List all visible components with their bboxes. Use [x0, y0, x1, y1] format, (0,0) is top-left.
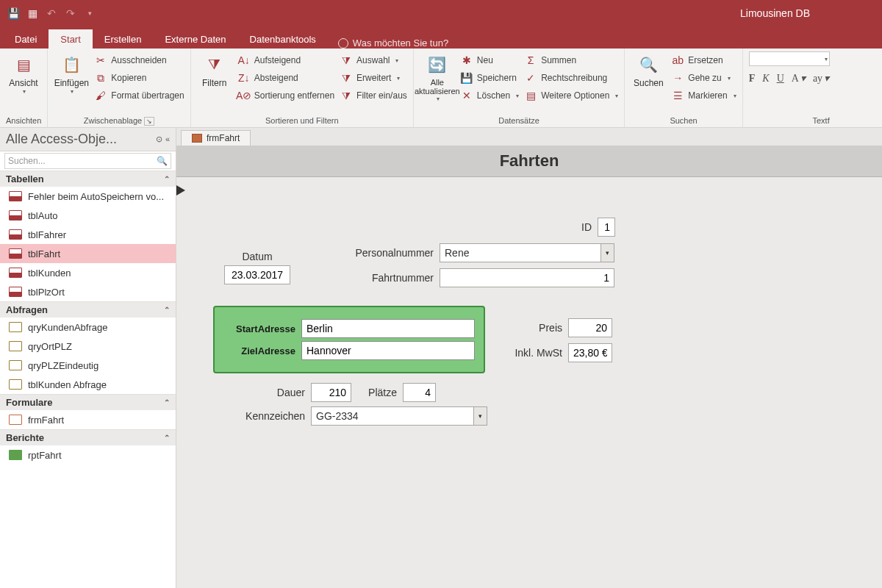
document-tabs: frmFahrt — [176, 128, 882, 146]
filter-button[interactable]: ⧩ Filtern — [197, 51, 232, 90]
nav-item-query[interactable]: qryPLZEindeutig — [0, 356, 176, 375]
chevron-down-icon: ▾ — [600, 244, 614, 262]
qat-customize-icon[interactable]: ▾ — [82, 6, 97, 21]
funnel-small-icon: ⧩ — [340, 54, 352, 66]
paste-icon: 📋 — [60, 53, 83, 76]
field-id[interactable] — [598, 218, 615, 237]
query-icon — [9, 360, 22, 370]
views-button[interactable]: ▤ Ansicht ▾ — [6, 51, 41, 96]
nav-search-input[interactable]: Suchen... 🔍 — [4, 153, 171, 169]
tab-external-data[interactable]: Externe Daten — [153, 29, 237, 49]
nav-section-forms[interactable]: Formulare⌃ — [0, 394, 176, 410]
find-button[interactable]: 🔍 Suchen — [631, 51, 666, 90]
selection-filter-button[interactable]: ⧩Auswahl▾ — [340, 53, 407, 68]
sort-desc-icon: Z↓ — [238, 72, 250, 84]
nav-search-placeholder: Suchen... — [8, 156, 46, 166]
copy-button[interactable]: ⧉Kopieren — [95, 71, 184, 85]
spellcheck-icon: ✓ — [525, 72, 537, 84]
cut-button[interactable]: ✂Ausschneiden — [95, 53, 184, 68]
nav-item-table[interactable]: tblPlzOrt — [0, 282, 176, 301]
highlight-button[interactable]: ay▾ — [813, 72, 829, 85]
group-label-clipboard: Zwischenablage ↘ — [54, 115, 184, 127]
nav-pane-header[interactable]: Alle Access-Obje... ⊙« — [0, 128, 176, 151]
select-button[interactable]: ☰Markieren▾ — [672, 88, 736, 103]
nav-item-table[interactable]: tblAuto — [0, 206, 176, 225]
tab-file[interactable]: Datei — [3, 29, 49, 49]
field-preis[interactable] — [568, 318, 612, 337]
main-area: Alle Access-Obje... ⊙« Suchen... 🔍 Tabel… — [0, 128, 882, 588]
field-personalnummer[interactable]: Rene ▾ — [440, 243, 614, 262]
nav-item-report[interactable]: rptFahrt — [0, 445, 176, 465]
delete-record-button[interactable]: ✕Löschen▾ — [461, 88, 519, 103]
doc-tab-frmfahrt[interactable]: frmFahrt — [181, 130, 251, 146]
nav-item-table-selected[interactable]: tblFahrt — [0, 244, 176, 263]
chevron-down-icon: ▾ — [473, 407, 487, 425]
tab-start[interactable]: Start — [49, 29, 92, 49]
field-startadresse[interactable] — [301, 319, 475, 338]
spelling-button[interactable]: ✓Rechtschreibung — [525, 71, 618, 85]
tab-create[interactable]: Erstellen — [93, 29, 154, 49]
advanced-filter-button[interactable]: ⧩Erweitert▾ — [340, 71, 407, 85]
field-fahrtnummer[interactable] — [440, 268, 614, 287]
save-record-button[interactable]: 💾Speichern — [461, 71, 519, 85]
paste-button[interactable]: 📋 Einfügen ▾ — [54, 51, 89, 96]
tell-me-placeholder: Was möchten Sie tun? — [353, 37, 448, 49]
totals-button[interactable]: ΣSummen — [525, 53, 618, 68]
tab-db-tools[interactable]: Datenbanktools — [238, 29, 328, 49]
field-inklmwst[interactable] — [568, 343, 612, 362]
nav-item-table[interactable]: Fehler beim AutoSpeichern vo... — [0, 187, 176, 206]
nav-item-query[interactable]: tblKunden Abfrage — [0, 375, 176, 394]
sort-asc-button[interactable]: A↓Aufsteigend — [238, 53, 334, 68]
field-kennzeichen[interactable]: GG-2334 ▾ — [311, 406, 487, 426]
redo-icon[interactable]: ↷ — [63, 6, 78, 21]
field-plaetze[interactable] — [403, 383, 436, 402]
nav-filter-icon[interactable]: ⊙ — [156, 135, 162, 144]
nav-item-table[interactable]: tblKunden — [0, 263, 176, 282]
find-label: Suchen — [634, 78, 664, 88]
nav-section-reports[interactable]: Berichte⌃ — [0, 429, 176, 445]
replace-button[interactable]: abErsetzen — [672, 53, 736, 68]
label-personalnummer: Personalnummer — [338, 247, 434, 259]
label-inklmwst: Inkl. MwSt — [485, 347, 562, 359]
group-clipboard: 📋 Einfügen ▾ ✂Ausschneiden ⧉Kopieren 🖌Fo… — [48, 49, 190, 127]
nav-item-query[interactable]: qryOrtPLZ — [0, 337, 176, 356]
refresh-all-button[interactable]: 🔄 Alle aktualisieren ▾ — [420, 51, 455, 104]
new-record-button[interactable]: ✱Neu — [461, 53, 519, 68]
query-icon — [9, 322, 22, 332]
font-color-button[interactable]: A▾ — [792, 72, 806, 85]
toggle-filter-button[interactable]: ⧩Filter ein/aus — [340, 88, 407, 103]
format-painter-button[interactable]: 🖌Format übertragen — [95, 88, 184, 103]
delete-icon: ✕ — [461, 90, 473, 101]
italic-button[interactable]: K — [762, 73, 769, 85]
bold-button[interactable]: F — [749, 73, 756, 85]
label-id: ID — [570, 221, 592, 233]
query-icon — [9, 379, 22, 390]
nav-item-form[interactable]: frmFahrt — [0, 410, 176, 429]
form-icon — [192, 134, 202, 143]
remove-sort-icon: A⊘ — [238, 90, 250, 101]
label-dauer: Dauer — [261, 387, 305, 398]
nav-item-table[interactable]: tblFahrer — [0, 225, 176, 244]
goto-icon: → — [672, 72, 684, 84]
field-zieladresse[interactable] — [301, 341, 475, 360]
nav-section-queries[interactable]: Abfragen⌃ — [0, 301, 176, 318]
tell-me-search[interactable]: Was möchten Sie tun? — [338, 37, 448, 49]
grid-icon[interactable]: ▦ — [25, 6, 40, 21]
nav-item-query[interactable]: qryKundenAbfrage — [0, 318, 176, 337]
ribbon-tabs: Datei Start Erstellen Externe Daten Date… — [0, 26, 882, 49]
more-icon: ▤ — [525, 90, 537, 101]
label-preis: Preis — [511, 322, 562, 334]
remove-sort-button[interactable]: A⊘Sortierung entfernen — [238, 88, 334, 103]
field-dauer[interactable] — [311, 383, 351, 402]
goto-button[interactable]: →Gehe zu▾ — [672, 71, 736, 85]
field-datum[interactable] — [224, 265, 290, 284]
nav-collapse-icon[interactable]: « — [165, 135, 170, 144]
sort-desc-button[interactable]: Z↓Absteigend — [238, 71, 334, 85]
nav-section-tables[interactable]: Tabellen⌃ — [0, 171, 176, 187]
font-name-combo[interactable]: ▾ — [749, 51, 830, 66]
underline-button[interactable]: U — [777, 73, 784, 85]
more-options-button[interactable]: ▤Weitere Optionen▾ — [525, 88, 618, 103]
undo-icon[interactable]: ↶ — [44, 6, 59, 21]
save-icon[interactable]: 💾 — [6, 6, 21, 21]
address-group: StartAdresse ZielAdresse — [213, 306, 485, 373]
